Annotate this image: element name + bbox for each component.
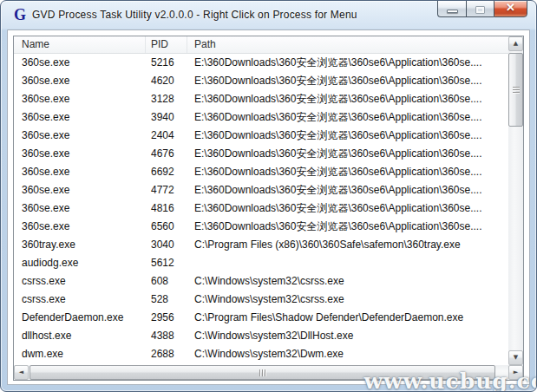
close-button[interactable]: ✕ [494, 0, 527, 17]
process-path: E:\360Downloads\360安全浏览器\360se6\Applicat… [187, 181, 508, 199]
column-header-path[interactable]: Path [187, 36, 508, 53]
process-row[interactable]: 360se.exe2404E:\360Downloads\360安全浏览器\36… [14, 127, 508, 145]
watermark: www.ucbug.cc [364, 369, 537, 392]
process-pid: 4676 [146, 145, 187, 163]
process-path [187, 254, 508, 272]
process-pid: 5612 [146, 254, 187, 272]
window-title: GVD Process Task Utility v2.0.0.0 - Righ… [32, 9, 357, 21]
list-header: Name PID Path [14, 36, 508, 54]
process-name: 360se.exe [14, 72, 146, 90]
process-path: E:\360Downloads\360安全浏览器\360se6\Applicat… [187, 90, 508, 108]
title-bar[interactable]: G GVD Process Task Utility v2.0.0.0 - Ri… [1, 1, 536, 30]
process-pid: 3040 [146, 236, 187, 254]
maximize-icon [475, 6, 485, 14]
process-name: 360se.exe [14, 127, 146, 145]
process-name: 360se.exe [14, 90, 146, 108]
process-pid: 4620 [146, 72, 187, 90]
process-name: 360se.exe [14, 54, 146, 72]
process-row[interactable]: DefenderDaemon.exe2956C:\Program Files\S… [14, 309, 508, 327]
process-name: 360se.exe [14, 181, 146, 199]
scroll-left-icon: ◄ [19, 369, 23, 376]
close-icon: ✕ [506, 0, 515, 16]
process-path: E:\360Downloads\360安全浏览器\360se6\Applicat… [187, 72, 508, 90]
process-row[interactable]: 360se.exe4676E:\360Downloads\360安全浏览器\36… [14, 145, 508, 163]
process-row[interactable]: 360se.exe4816E:\360Downloads\360安全浏览器\36… [14, 199, 508, 218]
scroll-down-icon: ▼ [514, 355, 518, 361]
thumb-grip [513, 87, 520, 88]
process-path: E:\360Downloads\360安全浏览器\360se6\Applicat… [187, 145, 508, 163]
process-row[interactable]: dllhost.exe4388C:\Windows\system32\DllHo… [14, 327, 508, 345]
vertical-scroll-thumb[interactable] [508, 53, 523, 127]
process-pid: 4388 [146, 327, 187, 345]
process-path: C:\Program Files\Shadow Defender\Defende… [187, 309, 508, 327]
process-name: csrss.exe [14, 272, 146, 291]
process-row[interactable]: 360se.exe3940E:\360Downloads\360安全浏览器\36… [14, 108, 508, 127]
process-path: C:\Windows\system32\csrss.exe [187, 291, 508, 309]
scroll-left-button[interactable]: ◄ [14, 365, 29, 380]
process-pid: 608 [146, 272, 187, 291]
process-row[interactable]: 360se.exe5216E:\360Downloads\360安全浏览器\36… [14, 54, 508, 72]
process-row[interactable]: 360se.exe4772E:\360Downloads\360安全浏览器\36… [14, 181, 508, 199]
process-path: E:\360Downloads\360安全浏览器\360se6\Applicat… [187, 108, 508, 127]
process-rows: 360se.exe5216E:\360Downloads\360安全浏览器\36… [14, 54, 508, 365]
process-path: C:\Program Files (x86)\360\360Safe\safem… [187, 236, 508, 254]
scroll-down-button[interactable]: ▼ [508, 350, 523, 365]
process-row[interactable]: dwm.exe2688C:\Windows\system32\Dwm.exe [14, 345, 508, 363]
column-header-name[interactable]: Name [14, 36, 146, 53]
process-row[interactable]: 360se.exe4620E:\360Downloads\360安全浏览器\36… [14, 72, 508, 90]
process-pid: 2688 [146, 345, 187, 363]
process-pid: 4772 [146, 181, 187, 199]
process-path: E:\360Downloads\360安全浏览器\360se6\Applicat… [187, 218, 508, 236]
process-path: E:\360Downloads\360安全浏览器\360se6\Applicat… [187, 163, 508, 181]
process-row[interactable]: audiodg.exe5612 [14, 254, 508, 272]
process-row[interactable]: 360se.exe6692E:\360Downloads\360安全浏览器\36… [14, 163, 508, 181]
process-pid: 2404 [146, 127, 187, 145]
scroll-up-button[interactable]: ▲ [508, 36, 523, 51]
process-name: 360se.exe [14, 163, 146, 181]
process-path: E:\360Downloads\360安全浏览器\360se6\Applicat… [187, 54, 508, 72]
process-name: 360se.exe [14, 145, 146, 163]
minimize-icon [447, 10, 458, 13]
process-name: dwm.exe [14, 345, 146, 363]
process-row[interactable]: csrss.exe608C:\Windows\system32\csrss.ex… [14, 272, 508, 291]
process-name: audiodg.exe [14, 254, 146, 272]
process-name: 360tray.exe [14, 236, 146, 254]
process-name: csrss.exe [14, 291, 146, 309]
process-name: DefenderDaemon.exe [14, 309, 146, 327]
process-row[interactable]: 360se.exe6560E:\360Downloads\360安全浏览器\36… [14, 218, 508, 236]
process-path: C:\Windows\system32\csrss.exe [187, 272, 508, 291]
process-pid: 528 [146, 291, 187, 309]
vertical-scrollbar[interactable]: ▲ ▼ [508, 36, 523, 365]
process-pid: 6560 [146, 218, 187, 236]
thumb-grip [259, 369, 260, 376]
caption-buttons: ✕ [437, 0, 527, 17]
process-path: E:\360Downloads\360安全浏览器\360se6\Applicat… [187, 127, 508, 145]
process-name: 360se.exe [14, 108, 146, 127]
process-pid: 2956 [146, 309, 187, 327]
app-window: G GVD Process Task Utility v2.0.0.0 - Ri… [0, 0, 537, 392]
process-list: Name PID Path 360se.exe5216E:\360Downloa… [13, 36, 524, 381]
process-row[interactable]: csrss.exe528C:\Windows\system32\csrss.ex… [14, 291, 508, 309]
process-pid: 4816 [146, 199, 187, 218]
process-pid: 3128 [146, 90, 187, 108]
process-row[interactable]: 360tray.exe3040C:\Program Files (x86)\36… [14, 236, 508, 254]
maximize-button[interactable] [466, 0, 494, 17]
process-name: 360se.exe [14, 199, 146, 218]
scroll-up-icon: ▲ [514, 41, 518, 47]
process-path: C:\Windows\system32\DllHost.exe [187, 327, 508, 345]
column-header-pid[interactable]: PID [146, 36, 187, 53]
minimize-button[interactable] [437, 0, 466, 17]
process-name: dllhost.exe [14, 327, 146, 345]
process-pid: 5216 [146, 54, 187, 72]
app-icon: G [12, 7, 28, 23]
process-pid: 3940 [146, 108, 187, 127]
process-row[interactable]: 360se.exe3128E:\360Downloads\360安全浏览器\36… [14, 90, 508, 108]
process-path: E:\360Downloads\360安全浏览器\360se6\Applicat… [187, 199, 508, 218]
process-name: 360se.exe [14, 218, 146, 236]
client-area: Name PID Path 360se.exe5216E:\360Downloa… [7, 29, 530, 385]
process-pid: 6692 [146, 163, 187, 181]
process-path: C:\Windows\system32\Dwm.exe [187, 345, 508, 363]
